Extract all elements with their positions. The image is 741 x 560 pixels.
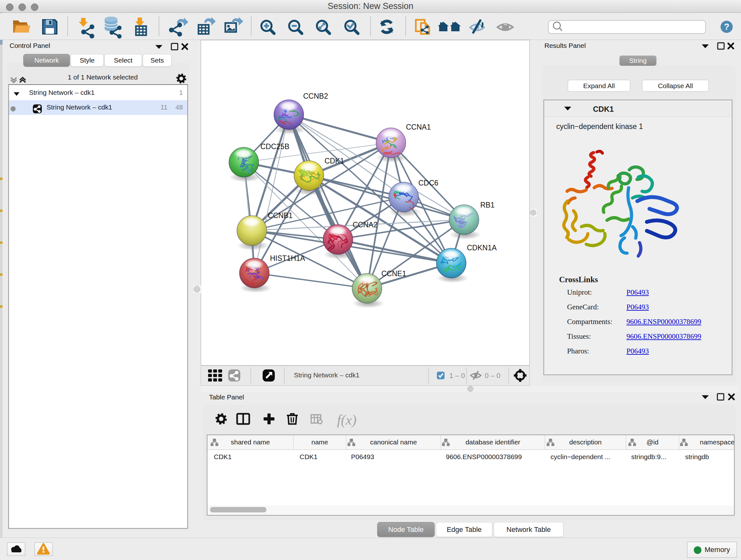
svg-text:HIST1H1A: HIST1H1A (270, 254, 306, 262)
svg-text:CDC25B: CDC25B (260, 142, 289, 151)
svg-text:CCNB2: CCNB2 (303, 92, 328, 100)
svg-text:CCNA2: CCNA2 (353, 221, 378, 229)
svg-text:CCNE1: CCNE1 (381, 269, 406, 278)
svg-text:CCNB1: CCNB1 (268, 211, 293, 220)
svg-text:CDKN1A: CDKN1A (467, 244, 497, 252)
svg-text:CDC6: CDC6 (418, 179, 439, 187)
svg-text:CDK1: CDK1 (325, 157, 344, 165)
svg-text:?: ? (724, 22, 729, 32)
svg-text:RB1: RB1 (480, 201, 495, 209)
svg-text:CCNA1: CCNA1 (406, 123, 431, 131)
